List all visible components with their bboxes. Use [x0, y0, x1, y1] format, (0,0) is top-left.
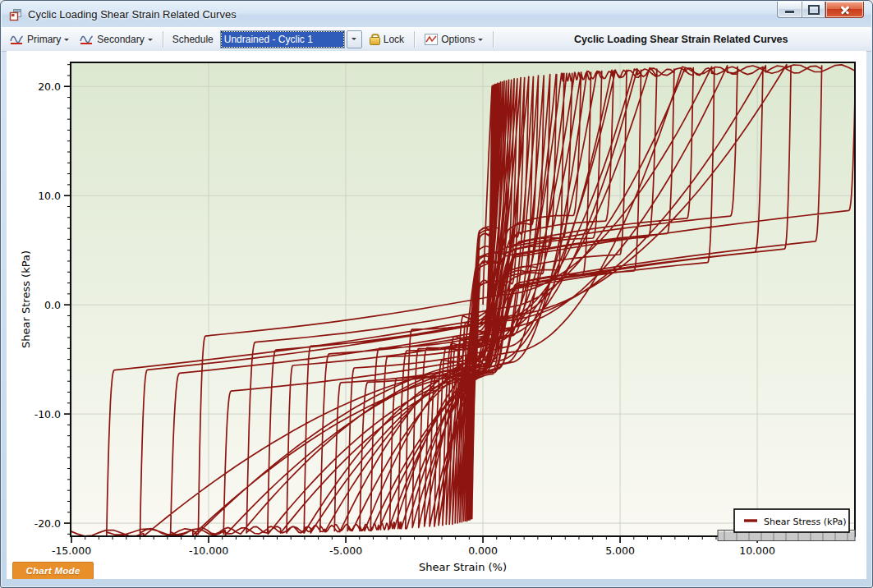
app-window: Cyclic Loading Shear Strain Related Curv… [0, 0, 873, 588]
chevron-down-icon [148, 39, 153, 44]
primary-button[interactable]: Primary [7, 31, 72, 47]
schedule-combobox-dropdown-button[interactable] [347, 30, 362, 48]
x-tick-label: -15.000 [52, 544, 91, 557]
toolbar-chart-title: Cyclic Loading Shear Strain Related Curv… [500, 34, 866, 45]
schedule-combobox-value-box[interactable]: Undrained - Cyclic 1 [220, 30, 345, 48]
app-icon [9, 8, 22, 21]
options-button[interactable]: Options [421, 32, 486, 47]
y-tick-label: 0.0 [44, 299, 61, 311]
toolbar-separator [493, 31, 494, 48]
chart-area: Shear Stress (kPa)-15.000-10.000-5.0000.… [7, 51, 866, 579]
title-bar[interactable]: Cyclic Loading Shear Strain Related Curv… [2, 2, 871, 27]
x-tick-label: 10.000 [739, 544, 775, 557]
chevron-down-icon [478, 39, 483, 44]
toolbar: Primary Secondary Schedule Undrained - C… [2, 27, 871, 52]
close-icon [840, 5, 850, 15]
window-controls [777, 2, 864, 18]
x-tick-label: 0.000 [468, 544, 498, 557]
x-tick-label: 5.000 [605, 544, 635, 557]
y-tick-label: 10.0 [38, 190, 61, 202]
x-tick-label: -10.000 [189, 544, 228, 557]
line-chart-icon [425, 34, 438, 45]
toolbar-separator [163, 31, 163, 48]
toolbar-separator [414, 31, 415, 48]
chart-legend[interactable]: Shear Stress (kPa) [734, 509, 849, 532]
primary-label: Primary [27, 34, 61, 45]
chevron-down-icon [64, 39, 69, 44]
lock-icon [370, 34, 380, 45]
y-tick-label: -10.0 [34, 408, 61, 420]
legend-label: Shear Stress (kPa) [764, 517, 847, 527]
window-frame: Cyclic Loading Shear Strain Related Curv… [0, 0, 873, 588]
window-title: Cyclic Loading Shear Strain Related Curv… [28, 8, 237, 21]
x-axis-title: Shear Strain (%) [419, 561, 507, 573]
secondary-button[interactable]: Secondary [76, 31, 155, 47]
maximize-button[interactable] [802, 2, 825, 18]
lock-label: Lock [384, 34, 404, 45]
close-button[interactable] [825, 2, 864, 18]
chevron-down-icon [351, 38, 356, 43]
stress-strain-chart[interactable]: Shear Stress (kPa)-15.000-10.000-5.0000.… [7, 51, 866, 579]
x-tick-label: -5.000 [329, 544, 362, 557]
wave-chart-icon [80, 33, 94, 45]
schedule-combobox[interactable]: Undrained - Cyclic 1 [220, 30, 362, 48]
minimize-button[interactable] [777, 2, 802, 18]
wave-chart-icon [10, 33, 24, 45]
chart-mode-badge[interactable]: Chart Mode [12, 562, 94, 579]
secondary-label: Secondary [97, 34, 144, 45]
lock-button[interactable]: Lock [366, 32, 407, 47]
schedule-combobox-value: Undrained - Cyclic 1 [224, 34, 313, 45]
minimize-icon [785, 11, 794, 13]
schedule-label: Schedule [170, 34, 216, 45]
y-axis-title: Shear Stress (kPa) [20, 250, 32, 348]
options-label: Options [441, 34, 475, 45]
y-tick-label: -20.0 [34, 517, 61, 530]
y-tick-label: 20.0 [38, 80, 61, 93]
maximize-icon [808, 5, 820, 15]
